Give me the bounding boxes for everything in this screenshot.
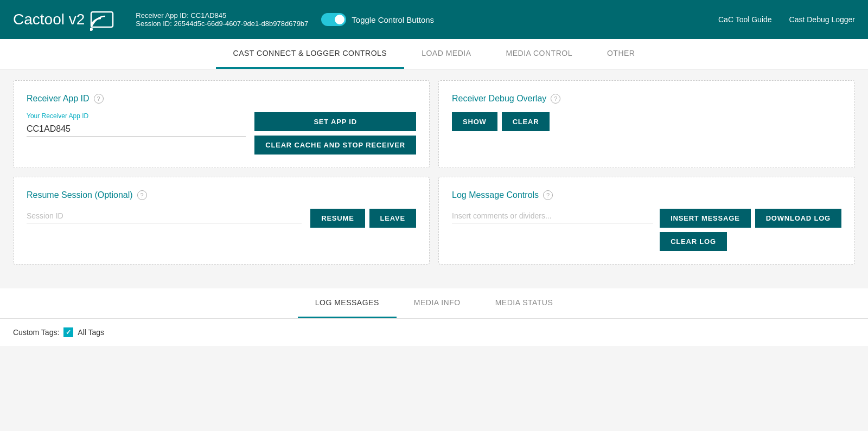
session-info: Receiver App ID: CC1AD845 Session ID: 26…: [136, 11, 308, 28]
log-message-controls-title: Log Message Controls ?: [452, 190, 841, 200]
debug-overlay-buttons: SHOW CLEAR: [452, 112, 550, 131]
cast-icon: [90, 8, 114, 31]
receiver-app-id-body: Your Receiver App ID SET APP ID CLEAR CA…: [27, 112, 416, 155]
clear-log-button[interactable]: CLEAR LOG: [660, 232, 727, 251]
header-nav: CaC Tool Guide Cast Debug Logger: [718, 15, 855, 24]
tab-other[interactable]: OTHER: [590, 39, 653, 69]
all-tags-label: All Tags: [78, 328, 104, 337]
bottom-tabs: LOG MESSAGES MEDIA INFO MEDIA STATUS: [0, 288, 868, 319]
main-tabs: CAST CONNECT & LOGGER CONTROLS LOAD MEDI…: [0, 39, 868, 69]
resume-session-title: Resume Session (Optional) ?: [27, 190, 416, 200]
main-content: Receiver App ID ? Your Receiver App ID S…: [0, 69, 868, 284]
toggle-area: Toggle Control Buttons: [321, 13, 434, 26]
receiver-debug-overlay-help-icon[interactable]: ?: [551, 94, 560, 104]
logo-text: Cactool v2: [13, 11, 85, 28]
receiver-app-id-header: Receiver App ID: CC1AD845: [136, 11, 308, 20]
app-header: Cactool v2 Receiver App ID: CC1AD845 Ses…: [0, 0, 868, 39]
session-id-input[interactable]: [27, 209, 302, 223]
receiver-app-id-buttons: SET APP ID CLEAR CACHE AND STOP RECEIVER: [254, 112, 416, 155]
resume-session-help-icon[interactable]: ?: [137, 190, 147, 200]
resume-session-panel: Resume Session (Optional) ? RESUME LEAVE: [13, 177, 430, 265]
clear-overlay-button[interactable]: CLEAR: [502, 112, 550, 131]
receiver-app-id-input[interactable]: [27, 122, 246, 137]
insert-message-button[interactable]: INSERT MESSAGE: [660, 209, 751, 228]
resume-session-buttons: RESUME LEAVE: [310, 209, 416, 228]
log-buttons: INSERT MESSAGE DOWNLOAD LOG CLEAR LOG: [660, 209, 841, 251]
svg-rect-0: [91, 12, 113, 27]
receiver-debug-overlay-panel: Receiver Debug Overlay ? SHOW CLEAR: [438, 80, 855, 168]
panels-row-2: Resume Session (Optional) ? RESUME LEAVE…: [13, 177, 855, 265]
log-btn-bottom-row: CLEAR LOG: [660, 232, 841, 251]
toggle-control-buttons[interactable]: [321, 13, 346, 26]
panels-row-1: Receiver App ID ? Your Receiver App ID S…: [13, 80, 855, 168]
log-message-controls-help-icon[interactable]: ?: [543, 190, 553, 200]
all-tags-checkbox[interactable]: [63, 327, 73, 337]
clear-cache-button[interactable]: CLEAR CACHE AND STOP RECEIVER: [254, 136, 416, 155]
resume-button[interactable]: RESUME: [310, 209, 365, 228]
receiver-app-id-help-icon[interactable]: ?: [94, 94, 104, 104]
tab-log-messages[interactable]: LOG MESSAGES: [298, 288, 397, 318]
log-section: Custom Tags: All Tags: [0, 319, 868, 346]
cac-tool-guide-link[interactable]: CaC Tool Guide: [718, 15, 772, 24]
receiver-app-id-title: Receiver App ID ?: [27, 94, 416, 104]
receiver-debug-overlay-title: Receiver Debug Overlay ?: [452, 94, 841, 104]
receiver-app-id-panel: Receiver App ID ? Your Receiver App ID S…: [13, 80, 430, 168]
leave-button[interactable]: LEAVE: [369, 209, 416, 228]
log-message-input[interactable]: [452, 209, 653, 223]
receiver-app-id-input-label: Your Receiver App ID: [27, 112, 246, 120]
download-log-button[interactable]: DOWNLOAD LOG: [755, 209, 841, 228]
log-controls-body: INSERT MESSAGE DOWNLOAD LOG CLEAR LOG: [452, 209, 841, 251]
tab-media-info[interactable]: MEDIA INFO: [397, 288, 478, 318]
toggle-label: Toggle Control Buttons: [352, 15, 434, 24]
receiver-debug-overlay-body: SHOW CLEAR: [452, 112, 841, 131]
tab-media-control[interactable]: MEDIA CONTROL: [489, 39, 590, 69]
tab-load-media[interactable]: LOAD MEDIA: [404, 39, 488, 69]
svg-point-1: [90, 28, 93, 31]
log-input-group: [452, 209, 653, 223]
custom-tags-label: Custom Tags:: [13, 328, 59, 337]
session-id-header: Session ID: 26544d5c-66d9-4607-9de1-d8b9…: [136, 20, 308, 28]
session-id-input-group: [27, 209, 302, 223]
resume-session-body: RESUME LEAVE: [27, 209, 416, 228]
tab-media-status[interactable]: MEDIA STATUS: [478, 288, 571, 318]
log-btn-top-row: INSERT MESSAGE DOWNLOAD LOG: [660, 209, 841, 228]
show-overlay-button[interactable]: SHOW: [452, 112, 497, 131]
log-message-controls-panel: Log Message Controls ? INSERT MESSAGE DO…: [438, 177, 855, 265]
custom-tags-row: Custom Tags: All Tags: [13, 327, 855, 337]
receiver-app-id-input-group: Your Receiver App ID: [27, 112, 246, 137]
set-app-id-button[interactable]: SET APP ID: [254, 112, 416, 131]
tab-cast-connect[interactable]: CAST CONNECT & LOGGER CONTROLS: [216, 39, 405, 69]
logo-area: Cactool v2: [13, 8, 114, 31]
cast-debug-logger-link[interactable]: Cast Debug Logger: [789, 15, 855, 24]
